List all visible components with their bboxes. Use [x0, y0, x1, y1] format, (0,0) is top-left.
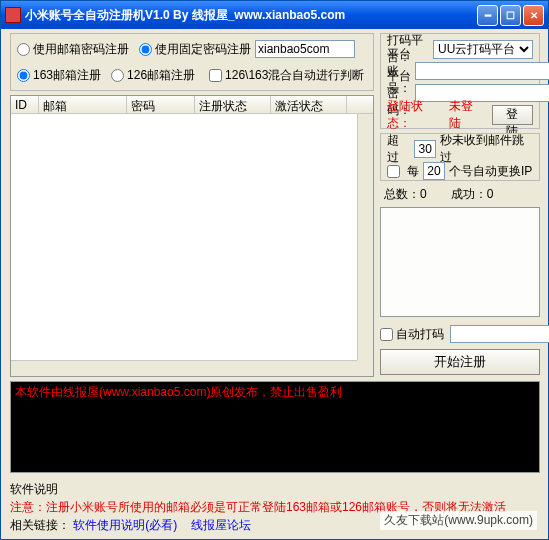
results-table: ID 邮箱 密码 注册状态 激活状态 — [10, 95, 374, 377]
checkbox-mix-auto[interactable]: 126\163混合自动进行判断 — [209, 67, 364, 84]
footer-desc: 软件说明 — [10, 479, 540, 499]
platform-select[interactable]: UU云打码平台 — [433, 40, 533, 59]
vertical-scrollbar[interactable] — [357, 114, 373, 360]
login-status-value: 未登陆 — [449, 98, 484, 132]
client-area: 使用邮箱密码注册 使用固定密码注册 163邮箱注册 126邮箱注册 126\16… — [4, 29, 545, 536]
every-count-input[interactable] — [423, 162, 445, 180]
login-status-label: 登陆状态： — [387, 98, 445, 132]
th-actstatus[interactable]: 激活状态 — [271, 96, 347, 114]
close-button[interactable]: ✕ — [523, 5, 544, 26]
platform-account-input[interactable] — [415, 62, 549, 80]
every-post: 个号自动更换IP — [449, 163, 532, 180]
timeout-seconds-input[interactable] — [414, 140, 436, 158]
checkbox-change-ip[interactable] — [387, 164, 403, 178]
minimize-button[interactable]: ━ — [477, 5, 498, 26]
radio-126[interactable]: 126邮箱注册 — [111, 67, 195, 84]
maximize-button[interactable]: ☐ — [500, 5, 521, 26]
watermark: 久友下载站(www.9upk.com) — [380, 511, 537, 530]
links-label: 相关链接： — [10, 518, 70, 532]
every-pre: 每 — [407, 163, 419, 180]
table-header: ID 邮箱 密码 注册状态 激活状态 — [11, 96, 373, 114]
th-pwd[interactable]: 密码 — [127, 96, 195, 114]
log-line-1: 本软件由线报屋(www.xianbao5.com)原创发布，禁止出售盈利 — [15, 384, 535, 401]
link-usage[interactable]: 软件使用说明(必看) — [73, 518, 177, 532]
start-register-button[interactable]: 开始注册 — [380, 349, 540, 375]
login-button[interactable]: 登陆 — [492, 105, 533, 125]
captcha-image-box — [380, 207, 540, 317]
timeout-prefix: 超过 — [387, 132, 410, 166]
window-title: 小米账号全自动注册机V1.0 By 线报屋_www.xianbao5.com — [25, 7, 477, 24]
radio-fixed-pwd[interactable]: 使用固定密码注册 — [139, 41, 251, 58]
fixed-password-input[interactable] — [255, 40, 355, 58]
radio-email-pwd[interactable]: 使用邮箱密码注册 — [17, 41, 129, 58]
autodama-row: 自动打码 — [380, 323, 540, 345]
captcha-input[interactable] — [450, 325, 549, 343]
platform-group: 打码平台： UU云打码平台 平台账号： 平台密码： 登陆状态： 未登陆 登陆 — [380, 33, 540, 129]
th-id[interactable]: ID — [11, 96, 39, 114]
app-icon — [5, 7, 21, 23]
timeout-group: 超过 秒未收到邮件跳过 每 个号自动更换IP — [380, 133, 540, 181]
stats-row: 总数：0 成功：0 — [380, 185, 540, 203]
th-regstatus[interactable]: 注册状态 — [195, 96, 271, 114]
window-controls: ━ ☐ ✕ — [477, 5, 544, 26]
link-forum[interactable]: 线报屋论坛 — [191, 518, 251, 532]
scroll-corner — [357, 360, 373, 376]
log-box: 本软件由线报屋(www.xianbao5.com)原创发布，禁止出售盈利 — [10, 381, 540, 473]
register-options-group: 使用邮箱密码注册 使用固定密码注册 163邮箱注册 126邮箱注册 126\16… — [10, 33, 374, 91]
checkbox-auto-dama[interactable]: 自动打码 — [380, 326, 444, 343]
horizontal-scrollbar[interactable] — [11, 360, 357, 376]
radio-163[interactable]: 163邮箱注册 — [17, 67, 101, 84]
timeout-suffix: 秒未收到邮件跳过 — [440, 132, 533, 166]
total-stat: 总数：0 — [384, 186, 427, 203]
app-window: 小米账号全自动注册机V1.0 By 线报屋_www.xianbao5.com ━… — [0, 0, 549, 540]
desc-label: 软件说明 — [10, 482, 58, 496]
titlebar[interactable]: 小米账号全自动注册机V1.0 By 线报屋_www.xianbao5.com ━… — [1, 1, 548, 29]
success-stat: 成功：0 — [451, 186, 494, 203]
th-email[interactable]: 邮箱 — [39, 96, 127, 114]
